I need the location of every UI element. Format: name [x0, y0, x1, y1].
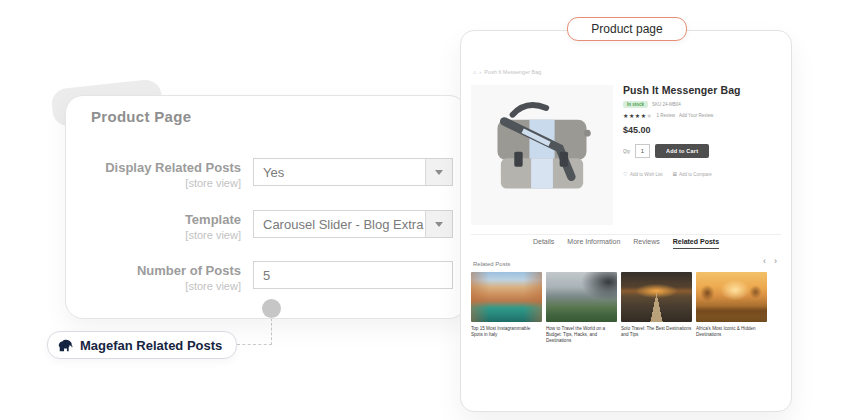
- product-sku: SKU 24-MB04: [652, 102, 681, 107]
- chevron-down-icon: [435, 222, 443, 227]
- template-select[interactable]: Carousel Slider - Blog Extra: [253, 210, 453, 238]
- store-view-scope: [store view]: [66, 280, 241, 293]
- post-title[interactable]: Solo Travel: The Best Destinations and T…: [621, 326, 692, 338]
- carousel-next-icon[interactable]: ›: [774, 257, 777, 266]
- qty-label: Qty: [623, 149, 630, 154]
- product-info: Push It Messenger Bag In stock SKU 24-MB…: [623, 84, 781, 177]
- tabs-divider: [471, 234, 781, 235]
- tab-details[interactable]: Details: [533, 238, 554, 249]
- compare-icon: ⊞: [672, 171, 677, 177]
- product-image: [471, 85, 613, 225]
- post-title[interactable]: How to Travel the World on a Budget: Tip…: [546, 326, 617, 345]
- related-post-card[interactable]: Solo Travel: The Best Destinations and T…: [621, 272, 692, 345]
- admin-settings-card: Product Page Display Related Posts [stor…: [65, 95, 467, 319]
- related-post-card[interactable]: How to Travel the World on a Budget: Tip…: [546, 272, 617, 345]
- tab-reviews[interactable]: Reviews: [633, 238, 659, 249]
- store-view-scope: [store view]: [66, 177, 241, 190]
- review-count-link[interactable]: 1 Review: [656, 113, 675, 118]
- breadcrumb-separator: ›: [479, 69, 481, 75]
- magefan-badge-label: Magefan Related Posts: [80, 338, 222, 353]
- admin-card-title: Product Page: [91, 108, 191, 125]
- tab-related-posts[interactable]: Related Posts: [673, 238, 719, 249]
- home-icon[interactable]: ⌂: [473, 69, 476, 75]
- field-label: Number of Posts [store view]: [66, 264, 241, 293]
- display-related-posts-select[interactable]: Yes: [253, 158, 453, 186]
- tab-more-information[interactable]: More Information: [567, 238, 620, 249]
- magefan-related-posts-badge: Magefan Related Posts: [47, 331, 237, 359]
- breadcrumb-current: Push It Messenger Bag: [484, 69, 541, 75]
- messenger-bag-image: [479, 96, 605, 214]
- stock-status-badge: In stock: [623, 101, 648, 108]
- add-to-compare-link[interactable]: ⊞ Add to Compare: [672, 171, 711, 177]
- carousel-prev-icon[interactable]: ‹: [763, 257, 766, 266]
- qty-input[interactable]: [635, 144, 650, 158]
- field-label: Template [store view]: [66, 213, 241, 242]
- post-image-budget-travel: [546, 272, 617, 322]
- post-image-italy: [471, 272, 542, 322]
- product-price: $45.00: [623, 125, 781, 135]
- connector-line-vertical: [271, 318, 272, 345]
- post-image-solo-travel: [621, 272, 692, 322]
- carousel-arrows: ‹ ›: [763, 257, 777, 266]
- product-page-badge: Product page: [567, 17, 687, 41]
- heart-icon: ♡: [623, 171, 628, 177]
- storefront-preview-card: ⌂ › Push It Messenger Bag Push It Messen…: [460, 30, 792, 412]
- post-title[interactable]: Top 15 Most Instagrammable Spots in Ital…: [471, 326, 542, 338]
- breadcrumb: ⌂ › Push It Messenger Bag: [473, 69, 541, 75]
- related-post-card[interactable]: Top 15 Most Instagrammable Spots in Ital…: [471, 272, 542, 345]
- add-to-cart-button[interactable]: Add to Cart: [655, 144, 709, 158]
- mammoth-icon: [58, 339, 73, 352]
- connector-line-horizontal: [237, 344, 272, 345]
- related-posts-heading: Related Posts: [473, 261, 510, 267]
- add-review-link[interactable]: Add Your Review: [679, 113, 713, 118]
- select-arrow[interactable]: [425, 159, 452, 185]
- product-tabs: Details More Information Reviews Related…: [461, 238, 791, 249]
- number-of-posts-input[interactable]: [253, 261, 453, 289]
- add-to-wishlist-link[interactable]: ♡ Add to Wish List: [623, 171, 662, 177]
- post-image-africa: [696, 272, 767, 322]
- store-view-scope: [store view]: [66, 229, 241, 242]
- connector-dot: [262, 299, 281, 318]
- related-post-card[interactable]: Africa's Most Iconic & Hidden Destinatio…: [696, 272, 767, 345]
- chevron-down-icon: [435, 170, 443, 175]
- related-posts-carousel: Top 15 Most Instagrammable Spots in Ital…: [471, 272, 781, 345]
- field-label: Display Related Posts [store view]: [66, 161, 241, 190]
- post-title[interactable]: Africa's Most Iconic & Hidden Destinatio…: [696, 326, 767, 338]
- rating-stars: ★★★★★: [623, 112, 652, 119]
- product-title: Push It Messenger Bag: [623, 84, 781, 96]
- select-arrow[interactable]: [425, 211, 452, 237]
